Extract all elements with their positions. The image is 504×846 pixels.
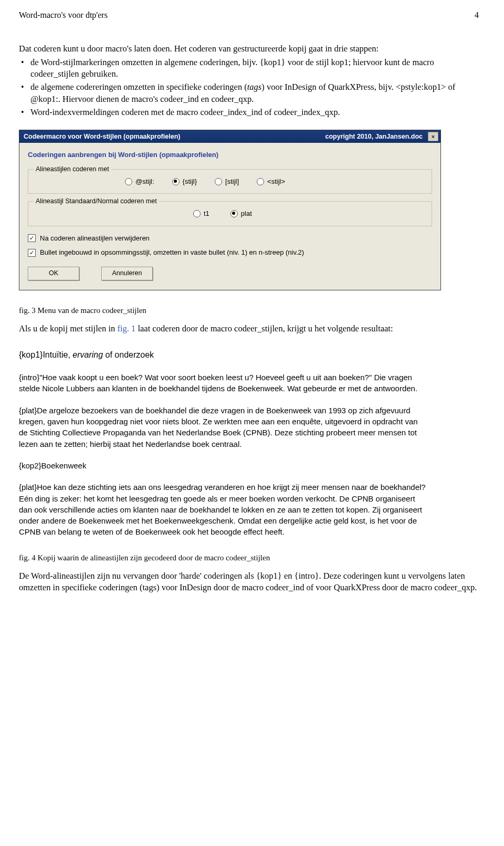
radio-t1[interactable]: t1 [193,209,209,218]
checkbox-bullet-convert[interactable]: ✓Bullet ingebouwd in opsommingsstijl, om… [28,248,432,257]
group2-legend: Alineastijl Standaard/Normal coderen met [34,197,159,206]
dialog-title-left: Codeermacro voor Word-stijlen (opmaakpro… [24,132,180,141]
radio-angle-stijl[interactable]: <stijl> [257,177,285,186]
dialog-heading: Coderingen aanbrengen bij Word-stijlen (… [28,150,432,160]
cancel-button[interactable]: Annuleren [101,267,153,280]
dialog-title-right: copyright 2010, JanJansen.doc [326,132,423,141]
running-head-title: Word-macro's voor dtp'ers [19,9,108,21]
group1-legend: Alineastijlen coderen met [34,165,111,174]
radio-brace-stijl[interactable]: {stijl} [172,177,197,186]
step-list: de Word-stijlmarkeringen omzetten in alg… [19,57,479,118]
figure-4-caption: fig. 4 Kopij waarin de alineastijlen zij… [19,552,479,563]
after-fig3-para: Als u de kopij met stijlen in fig. 1 laa… [19,323,479,335]
close-icon[interactable]: × [428,132,438,141]
dialog-window: Codeermacro voor Word-stijlen (opmaakpro… [19,130,441,290]
radio-at-stijl[interactable]: @stijl: [125,177,154,186]
group-standaard: Alineastijl Standaard/Normal coderen met… [28,201,432,226]
figure-3-caption: fig. 3 Menu van de macro codeer_stijlen [19,305,479,316]
radio-bracket-stijl[interactable]: [stijl] [215,177,239,186]
list-item: de Word-stijlmarkeringen omzetten in alg… [19,57,479,80]
intro-paragraph: Dat coderen kunt u door macro's laten do… [19,43,479,55]
checkbox-remove-styles[interactable]: ✓Na coderen alineastijlen verwijderen [28,234,432,243]
page-number: 4 [475,9,479,21]
fig1-link[interactable]: fig. 1 [117,323,135,333]
ok-button[interactable]: OK [28,267,79,280]
list-item: Word-indexvermeldingen coderen met de ma… [19,107,479,118]
radio-plat[interactable]: plat [230,209,252,218]
dialog-titlebar: Codeermacro voor Word-stijlen (opmaakpro… [19,130,440,143]
coded-sample: {kop1}Intuïtie, ervaring of onderzoek {i… [19,349,428,537]
list-item: de algemene codereringen omzetten in spe… [19,81,479,105]
group-alineastijlen: Alineastijlen coderen met @stijl: {stijl… [28,169,432,194]
closing-paragraph: De Word-alineastijlen zijn nu vervangen … [19,570,479,594]
